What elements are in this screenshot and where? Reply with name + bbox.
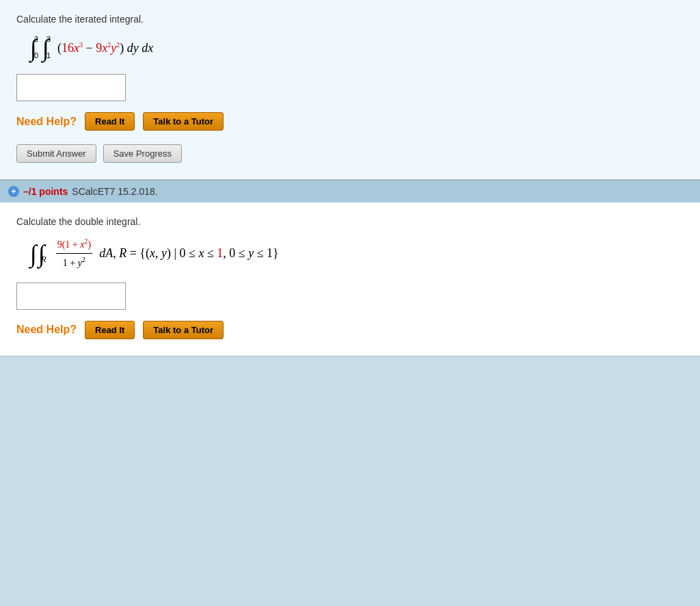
talk-to-tutor-button-2[interactable]: Talk to a Tutor	[143, 321, 224, 339]
section-2-header: + –/1 points SCalcET7 15.2.018.	[0, 180, 700, 202]
points-label-2: –/1 points	[23, 186, 68, 197]
save-progress-button-1[interactable]: Save Progress	[103, 144, 182, 163]
section-1: Calculate the iterated integral. ∫ 2 0 ∫…	[0, 0, 700, 180]
problem-1-math: ∫ 2 0 ∫ 3 1 (16x3 − 9x2y2) dy dx	[30, 33, 684, 63]
read-it-button-1[interactable]: Read It	[85, 112, 135, 131]
problem-id-2: SCalcET7 15.2.018.	[72, 186, 157, 197]
problem-1-answer-input[interactable]	[16, 74, 126, 101]
read-it-button-2[interactable]: Read It	[85, 321, 135, 339]
problem-2-math: ∫ ∫ R 9(1 + x2) 1 + y2 dA, R = {(x, y) |…	[30, 235, 684, 272]
problem-1-statement: Calculate the iterated integral.	[16, 14, 684, 25]
talk-to-tutor-button-1[interactable]: Talk to a Tutor	[143, 112, 224, 131]
action-buttons-row-1: Submit Answer Save Progress	[16, 144, 684, 163]
need-help-row-1: Need Help? Read It Talk to a Tutor	[16, 112, 684, 131]
need-help-row-2: Need Help? Read It Talk to a Tutor	[16, 321, 684, 339]
expand-icon-2[interactable]: +	[8, 186, 19, 197]
problem-2-content: Calculate the double integral. ∫ ∫ R 9(1…	[0, 202, 700, 356]
submit-answer-button-1[interactable]: Submit Answer	[16, 144, 96, 163]
need-help-label-2: Need Help?	[16, 324, 77, 336]
problem-2-statement: Calculate the double integral.	[16, 216, 684, 227]
problem-2-answer-input[interactable]	[16, 282, 126, 310]
problem-1-content: Calculate the iterated integral. ∫ 2 0 ∫…	[0, 0, 700, 180]
need-help-label-1: Need Help?	[16, 116, 77, 128]
